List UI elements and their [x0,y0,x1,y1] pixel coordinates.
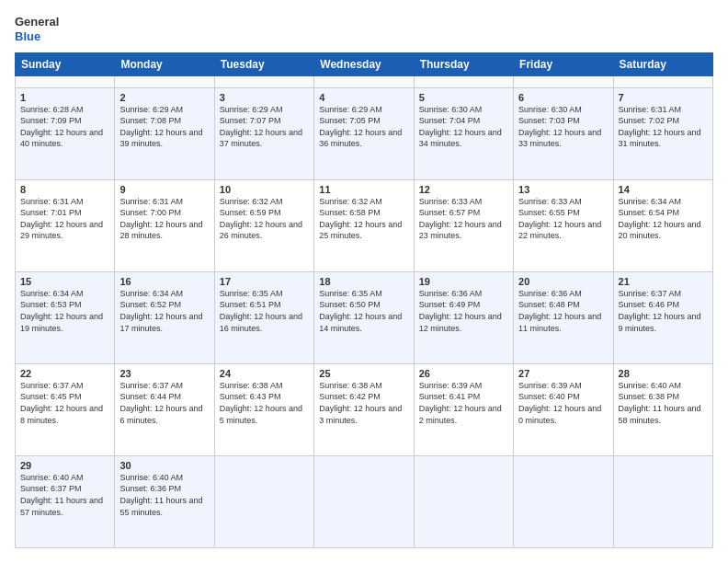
col-header-monday: Monday [115,53,214,76]
calendar-cell: 26 Sunrise: 6:39 AMSunset: 6:41 PMDaylig… [414,363,513,455]
calendar-cell: 19 Sunrise: 6:36 AMSunset: 6:49 PMDaylig… [414,271,513,363]
day-info: Sunrise: 6:40 AMSunset: 6:38 PMDaylight:… [619,380,708,426]
calendar-cell: 22 Sunrise: 6:37 AMSunset: 6:45 PMDaylig… [16,363,115,455]
calendar-cell: 6 Sunrise: 6:30 AMSunset: 7:03 PMDayligh… [514,87,613,179]
calendar-cell [514,76,613,87]
col-header-thursday: Thursday [414,53,513,76]
col-header-tuesday: Tuesday [214,53,313,76]
day-number: 15 [20,276,109,287]
day-info: Sunrise: 6:39 AMSunset: 6:41 PMDaylight:… [419,380,508,426]
calendar-cell [414,76,513,87]
calendar-cell [115,76,214,87]
calendar-cell: 20 Sunrise: 6:36 AMSunset: 6:48 PMDaylig… [514,271,613,363]
calendar-cell [514,455,613,547]
calendar-week-3: 15 Sunrise: 6:34 AMSunset: 6:53 PMDaylig… [16,271,713,363]
day-number: 17 [220,276,309,287]
calendar-cell [214,76,313,87]
day-number: 22 [20,368,109,379]
day-info: Sunrise: 6:28 AMSunset: 7:09 PMDaylight:… [20,104,109,150]
day-info: Sunrise: 6:37 AMSunset: 6:45 PMDaylight:… [20,380,109,426]
calendar-cell: 9 Sunrise: 6:31 AMSunset: 7:00 PMDayligh… [115,179,214,271]
day-number: 27 [518,368,608,379]
calendar-cell: 16 Sunrise: 6:34 AMSunset: 6:52 PMDaylig… [115,271,214,363]
day-number: 30 [119,460,209,471]
day-number: 24 [220,368,309,379]
calendar-cell: 18 Sunrise: 6:35 AMSunset: 6:50 PMDaylig… [314,271,414,363]
calendar-cell: 2 Sunrise: 6:29 AMSunset: 7:08 PMDayligh… [115,87,214,179]
day-number: 23 [119,368,209,379]
calendar-cell: 21 Sunrise: 6:37 AMSunset: 6:46 PMDaylig… [613,271,712,363]
calendar-cell: 23 Sunrise: 6:37 AMSunset: 6:44 PMDaylig… [115,363,214,455]
logo: General Blue General Blue [15,15,59,43]
page: General Blue General Blue SundayMondayTu… [0,0,728,563]
day-number: 14 [619,184,708,195]
calendar-cell: 15 Sunrise: 6:34 AMSunset: 6:53 PMDaylig… [16,271,115,363]
day-info: Sunrise: 6:29 AMSunset: 7:08 PMDaylight:… [119,104,209,150]
day-info: Sunrise: 6:34 AMSunset: 6:52 PMDaylight:… [119,288,209,334]
day-number: 10 [220,184,309,195]
day-info: Sunrise: 6:40 AMSunset: 6:37 PMDaylight:… [20,472,109,518]
day-number: 19 [419,276,508,287]
col-header-sunday: Sunday [16,53,115,76]
day-number: 13 [518,184,608,195]
calendar-cell [613,455,712,547]
day-info: Sunrise: 6:29 AMSunset: 7:05 PMDaylight:… [319,104,408,150]
day-number: 20 [518,276,608,287]
calendar-cell [314,76,414,87]
logo-blue: Blue [15,29,59,44]
calendar-body: 1 Sunrise: 6:28 AMSunset: 7:09 PMDayligh… [16,76,713,548]
day-number: 11 [319,184,408,195]
day-info: Sunrise: 6:31 AMSunset: 7:00 PMDaylight:… [119,196,209,242]
day-info: Sunrise: 6:30 AMSunset: 7:04 PMDaylight:… [419,104,508,150]
calendar-cell: 17 Sunrise: 6:35 AMSunset: 6:51 PMDaylig… [214,271,313,363]
day-number: 25 [319,368,408,379]
day-info: Sunrise: 6:30 AMSunset: 7:03 PMDaylight:… [518,104,608,150]
col-header-wednesday: Wednesday [314,53,414,76]
col-header-saturday: Saturday [613,53,712,76]
day-info: Sunrise: 6:35 AMSunset: 6:50 PMDaylight:… [319,288,408,334]
day-info: Sunrise: 6:36 AMSunset: 6:49 PMDaylight:… [419,288,508,334]
logo-general: General [15,15,59,29]
calendar-cell [613,76,712,87]
day-info: Sunrise: 6:37 AMSunset: 6:46 PMDaylight:… [619,288,708,334]
day-number: 28 [619,368,708,379]
day-info: Sunrise: 6:38 AMSunset: 6:43 PMDaylight:… [220,380,309,426]
calendar-week-1: 1 Sunrise: 6:28 AMSunset: 7:09 PMDayligh… [16,87,713,179]
calendar-cell: 27 Sunrise: 6:39 AMSunset: 6:40 PMDaylig… [514,363,613,455]
day-info: Sunrise: 6:33 AMSunset: 6:57 PMDaylight:… [419,196,508,242]
day-info: Sunrise: 6:40 AMSunset: 6:36 PMDaylight:… [119,472,209,518]
day-number: 7 [619,92,708,103]
calendar-cell: 25 Sunrise: 6:38 AMSunset: 6:42 PMDaylig… [314,363,414,455]
calendar-cell: 3 Sunrise: 6:29 AMSunset: 7:07 PMDayligh… [214,87,313,179]
day-info: Sunrise: 6:32 AMSunset: 6:59 PMDaylight:… [220,196,309,242]
day-number: 2 [119,92,209,103]
header: General Blue General Blue [15,15,713,43]
day-info: Sunrise: 6:33 AMSunset: 6:55 PMDaylight:… [518,196,608,242]
day-info: Sunrise: 6:31 AMSunset: 7:02 PMDaylight:… [619,104,708,150]
day-info: Sunrise: 6:39 AMSunset: 6:40 PMDaylight:… [518,380,608,426]
col-header-friday: Friday [514,53,613,76]
calendar-cell [414,455,513,547]
calendar-cell: 24 Sunrise: 6:38 AMSunset: 6:43 PMDaylig… [214,363,313,455]
day-number: 16 [119,276,209,287]
calendar-cell: 10 Sunrise: 6:32 AMSunset: 6:59 PMDaylig… [214,179,313,271]
calendar-cell: 8 Sunrise: 6:31 AMSunset: 7:01 PMDayligh… [16,179,115,271]
day-number: 4 [319,92,408,103]
calendar-header-row: SundayMondayTuesdayWednesdayThursdayFrid… [16,53,713,76]
day-number: 8 [20,184,109,195]
day-info: Sunrise: 6:36 AMSunset: 6:48 PMDaylight:… [518,288,608,334]
calendar-week-4: 22 Sunrise: 6:37 AMSunset: 6:45 PMDaylig… [16,363,713,455]
calendar-week-5: 29 Sunrise: 6:40 AMSunset: 6:37 PMDaylig… [16,455,713,547]
calendar-cell: 30 Sunrise: 6:40 AMSunset: 6:36 PMDaylig… [115,455,214,547]
day-info: Sunrise: 6:32 AMSunset: 6:58 PMDaylight:… [319,196,408,242]
day-info: Sunrise: 6:35 AMSunset: 6:51 PMDaylight:… [220,288,309,334]
day-number: 6 [518,92,608,103]
day-info: Sunrise: 6:29 AMSunset: 7:07 PMDaylight:… [220,104,309,150]
calendar-cell: 11 Sunrise: 6:32 AMSunset: 6:58 PMDaylig… [314,179,414,271]
calendar-cell: 13 Sunrise: 6:33 AMSunset: 6:55 PMDaylig… [514,179,613,271]
day-number: 21 [619,276,708,287]
day-info: Sunrise: 6:31 AMSunset: 7:01 PMDaylight:… [20,196,109,242]
calendar-cell [314,455,414,547]
calendar: SundayMondayTuesdayWednesdayThursdayFrid… [15,52,713,548]
calendar-cell: 7 Sunrise: 6:31 AMSunset: 7:02 PMDayligh… [613,87,712,179]
